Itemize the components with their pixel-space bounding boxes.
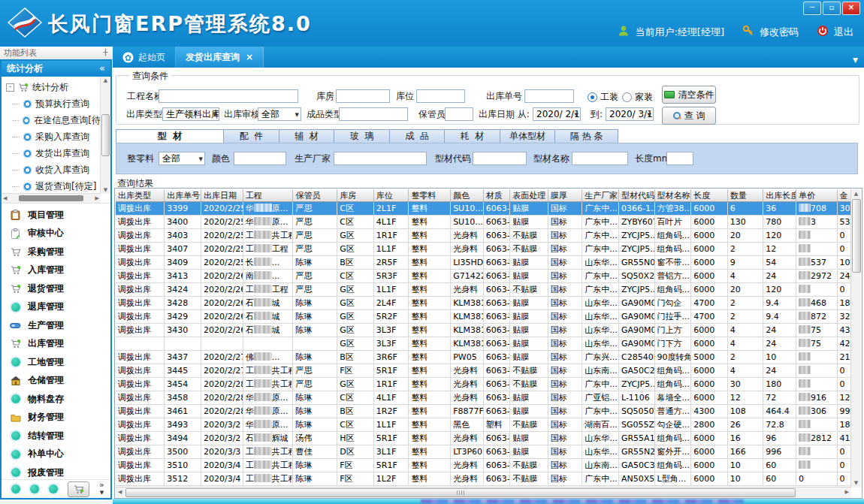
tree-root[interactable]: -统计分析 xyxy=(2,79,101,95)
maximize-button[interactable]: ▫ xyxy=(823,2,841,15)
table-row[interactable]: 调拨出库34372020/2/27佛...陈琳B区3R6F整料PW056063-… xyxy=(116,351,851,364)
table-row[interactable]: 调拨出库34612020/2/28华原...陈琳B区1R2F整料F8877FT6… xyxy=(116,405,851,418)
search-button[interactable]: 查 询 xyxy=(662,107,716,125)
material-tab-配件[interactable]: 配 件 xyxy=(224,129,279,143)
table-row[interactable]: 调拨出库34292020/2/26石城陈琳G区5R2F整料KLM38176063… xyxy=(116,310,851,324)
sidebar-item-出库管理[interactable]: 出库管理 xyxy=(2,335,110,354)
table-row[interactable]: 调拨出库34072020/2/25工工程严思G区1L1F整料光身料6063-T5… xyxy=(116,243,851,256)
sidebar-item-报废管理[interactable]: 报废管理 xyxy=(2,463,110,479)
table-row[interactable]: 调拨出库34932020/3/2华原...陈琳C区1L1F整料黑色塑料不贴膜国标… xyxy=(116,418,851,432)
column-header[interactable]: 数量 xyxy=(727,189,763,202)
table-row[interactable]: 调拨出库34132020/2/26南...严思C区5R3F整料G71422606… xyxy=(116,270,851,283)
out-type-select[interactable]: 生产领料出库▼ xyxy=(162,107,219,121)
table-row[interactable]: 调拨出库34032020/2/25工共工程严思G区1R1F整料光身料6063-T… xyxy=(116,229,851,243)
tree-item[interactable]: 退货查询[待定] xyxy=(2,178,101,194)
scroll-down-icon[interactable]: ▼ xyxy=(104,187,107,193)
tree-item[interactable]: 预算执行查询 xyxy=(2,95,101,112)
profile-code-input[interactable] xyxy=(473,152,527,165)
grid-vertical-scrollbar[interactable]: ▲ ▼ xyxy=(850,189,861,487)
tree-item[interactable]: 收货入库查询 xyxy=(2,161,101,178)
sidebar-item-补单中心[interactable]: 补单中心 xyxy=(2,445,110,464)
column-header[interactable]: 生产厂家 xyxy=(582,189,619,202)
change-password-link[interactable]: 修改密码 xyxy=(760,26,799,39)
table-row[interactable]: 调拨出库34282020/2/26石城陈琳G区2L4F整料KLM38176063… xyxy=(116,297,851,310)
scroll-right-icon[interactable]: ▶ xyxy=(845,489,849,495)
scroll-left-icon[interactable]: ◀ xyxy=(118,489,122,495)
column-header[interactable]: 保管员 xyxy=(293,189,337,202)
table-row[interactable]: 调拨出库34582020/2/28华原...陈琳C区4L1F整料光身料6063-… xyxy=(116,391,851,405)
table-row[interactable]: 调拨出库34302020/2/26石城陈琳G区3L3F整料KLM38176063… xyxy=(116,324,851,337)
column-header[interactable]: 颜色 xyxy=(451,189,484,202)
table-row[interactable]: 调拨出库34002020/2/25华原...严思C区4L1F整料SU10...6… xyxy=(116,216,851,229)
column-header[interactable]: 金 xyxy=(837,189,850,202)
sidebar-item-财务管理[interactable]: 财务管理 xyxy=(2,409,110,427)
column-header[interactable]: 出库类型 xyxy=(116,189,165,202)
column-header[interactable]: 出库日期 xyxy=(201,189,243,202)
table-row[interactable]: 调拨出库35002020/3/3工共工程曹佳D区3L1F整料LT3P606063… xyxy=(116,445,851,459)
audit-select[interactable]: 全部▼ xyxy=(258,107,301,121)
material-tab-玻璃[interactable]: 玻 璃 xyxy=(334,129,390,143)
tree-item[interactable]: 采购入库查询 xyxy=(2,128,101,145)
tree-hscroll-thumb[interactable] xyxy=(19,195,83,201)
scroll-down-icon[interactable]: ▼ xyxy=(851,480,861,486)
table-row[interactable]: 调拨出库34092020/2/25长...陈琳B区2R5F整料LI35HD606… xyxy=(116,256,851,270)
date-from-select[interactable]: 2020/ 2/16▼ xyxy=(533,107,581,121)
tab-发货出库查询[interactable]: 发货出库查询× xyxy=(176,47,264,68)
table-row[interactable]: 调拨出库35102020/3/4工共工程陈琳F区5R1F整料光身料6063-T5… xyxy=(116,459,851,472)
table-row[interactable]: 调拨出库34452020/2/27工共工程严思F区5R1F整料光身料6063-T… xyxy=(116,364,851,378)
manufacturer-input[interactable] xyxy=(334,152,427,165)
material-tab-耗材[interactable]: 耗 材 xyxy=(445,129,500,143)
tab-起始页[interactable]: 起始页 xyxy=(113,47,176,68)
column-header[interactable]: 表面处理 xyxy=(510,189,548,202)
table-row[interactable]: 调拨出库33992020/2/25华原...严思C区2L1F整料SU10...6… xyxy=(116,202,851,216)
collapsed-module-icon[interactable] xyxy=(11,484,20,493)
scroll-right-icon[interactable]: ▶ xyxy=(95,195,99,201)
length-input[interactable] xyxy=(666,152,693,165)
date-to-select[interactable]: 2020/ 3/16▼ xyxy=(606,107,654,121)
sidebar-item-退货管理[interactable]: 退货管理 xyxy=(2,279,110,298)
profile-name-input[interactable] xyxy=(572,152,628,165)
sidebar-item-项目管理[interactable]: 项目管理 xyxy=(2,206,110,225)
sidebar-item-结转管理[interactable]: 结转管理 xyxy=(2,427,110,445)
column-header[interactable]: 单价 xyxy=(796,189,837,202)
radio-home-install[interactable]: 家装 xyxy=(622,91,653,104)
grid-horizontal-scrollbar[interactable]: ◀ ▶ xyxy=(116,487,851,497)
sidebar-item-物料盘存[interactable]: 物料盘存 xyxy=(2,390,110,409)
sidebar-item-生产管理[interactable]: 生产管理 xyxy=(2,316,110,335)
sidebar-section-header[interactable]: 统计分析 « xyxy=(2,61,110,77)
column-header[interactable]: 型材名称 xyxy=(654,189,691,202)
scroll-left-icon[interactable]: ◀ xyxy=(3,195,7,201)
sidebar-item-入库管理[interactable]: 入库管理 xyxy=(2,261,110,280)
grid-vscroll-thumb[interactable] xyxy=(852,199,861,273)
column-header[interactable]: 出库长度 xyxy=(763,189,796,202)
keeper-input[interactable] xyxy=(445,107,473,121)
table-row[interactable]: 调拨出库34542020/2/28工共工程严思G区1R1F整料光身料6063-T… xyxy=(116,378,851,391)
sidebar-item-仓储管理[interactable]: 仓储管理 xyxy=(2,372,110,391)
product-type-input[interactable] xyxy=(339,107,408,121)
column-header[interactable]: 出库单号 xyxy=(165,189,201,202)
tree-item[interactable]: 发货出库查询 xyxy=(2,145,101,161)
collapsed-module-icon[interactable] xyxy=(30,484,39,493)
order-no-input[interactable] xyxy=(524,89,574,103)
table-row[interactable]: 调拨出库34242020/2/26工工程严思G区1L1F整料光身料6063-T5… xyxy=(116,283,851,297)
collapse-icon[interactable]: « xyxy=(99,62,105,77)
location-input[interactable] xyxy=(416,89,465,103)
material-tab-单体型材[interactable]: 单体型材 xyxy=(500,129,555,143)
scroll-up-icon[interactable]: ▲ xyxy=(851,191,861,197)
table-row[interactable]: 调拨出库35122020/3/4工共工程陈琳F区1L2F整料光身料6063-T5… xyxy=(116,472,851,486)
project-name-input[interactable] xyxy=(159,89,298,103)
sidebar-item-工地管理[interactable]: 工地管理 xyxy=(2,353,110,372)
more-chevron-icon[interactable]: »▼ xyxy=(99,481,104,496)
whole-piece-select[interactable]: 全部▼ xyxy=(159,152,205,165)
material-tab-隔热条[interactable]: 隔 热 条 xyxy=(555,129,618,143)
material-tab-辅材[interactable]: 辅 材 xyxy=(279,129,334,143)
scroll-up-icon[interactable]: ▲ xyxy=(104,77,107,83)
material-tab-型材[interactable]: 型 材 xyxy=(116,129,224,143)
clear-conditions-button[interactable]: 清空条件 xyxy=(662,86,716,104)
tree-vscroll-thumb[interactable] xyxy=(101,114,110,156)
table-row[interactable]: 调拨出库34942020/3/2石辉城汤伟H区5R1F整料光身料6063-T5贴… xyxy=(116,432,851,445)
sidebar-item-采购管理[interactable]: 采购管理 xyxy=(2,243,110,261)
tab-list-caret-icon[interactable]: ▼ xyxy=(853,56,858,64)
minimize-button[interactable]: ─ xyxy=(803,2,821,15)
column-header[interactable]: 整零料 xyxy=(409,189,451,202)
